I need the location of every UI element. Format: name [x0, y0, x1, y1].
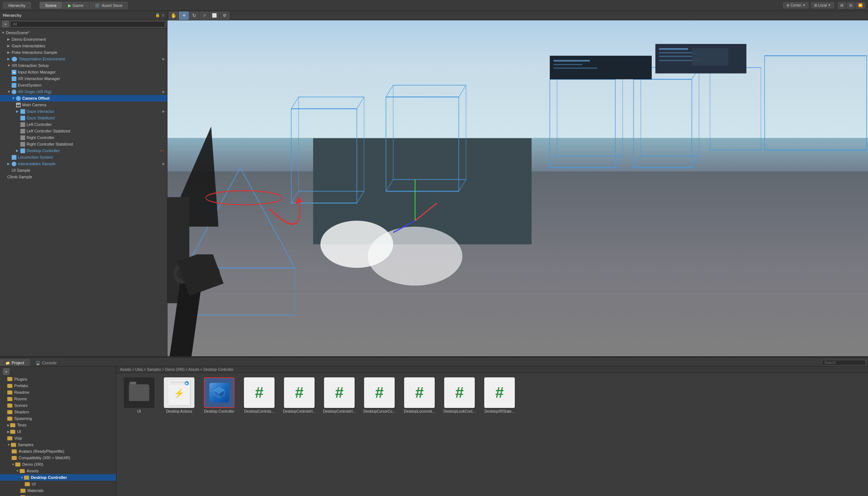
scale-tool-btn[interactable]: ⤢: [200, 12, 209, 20]
xr-origin-expand: ▶: [162, 90, 165, 94]
bottom-tabs: 📁 Project 🖥️ Console: [0, 358, 868, 366]
tree-item-camera-offset[interactable]: ▼ Camera Offset: [0, 95, 167, 102]
asset-item-desktopcontrols2[interactable]: # DesktopControlsH...: [281, 377, 317, 413]
proj-folder-demo-xri[interactable]: ▼ Demo (XRI): [0, 461, 116, 468]
demo-env-arrow: ▶: [7, 37, 12, 41]
tree-item-locomotion[interactable]: Locomotion System: [0, 154, 167, 160]
dc1-icon: #: [244, 377, 275, 408]
local-chevron: ▼: [828, 4, 831, 7]
play-btn[interactable]: ⏩: [856, 2, 865, 9]
hierarchy-search-input[interactable]: [10, 21, 165, 27]
tree-item-xr-origin[interactable]: ▼ XR Origin (XR Rig) ▶: [0, 88, 167, 95]
project-tab[interactable]: 📁 Project: [0, 359, 29, 366]
tree-item-demoscene[interactable]: ▼ DemoScene*: [0, 29, 167, 36]
tree-item-main-camera[interactable]: 📷 Main Camera: [0, 102, 167, 108]
tree-item-demo-env[interactable]: ▶ Demo Environment: [0, 36, 167, 43]
proj-folder-readme[interactable]: Readme: [0, 389, 116, 396]
interactables-label: Interactables Sample: [18, 162, 55, 166]
proj-folder-ui-sub[interactable]: UI: [0, 481, 116, 487]
tree-item-input-action[interactable]: ■ Input Action Manager: [0, 69, 167, 75]
scene-tab[interactable]: Scene: [40, 2, 62, 9]
local-dropdown[interactable]: ⊞ Local ▼: [811, 2, 834, 8]
center-dropdown[interactable]: ⊕ Center ▼: [783, 2, 809, 8]
interactables-expand: ▶: [162, 162, 165, 166]
scene-3d[interactable]: [167, 20, 868, 356]
tree-item-left-ctrl-stab[interactable]: Left Controller Stabilized: [0, 128, 167, 134]
tree-item-teleport[interactable]: ▶ Teleportation Environment ▶: [0, 56, 167, 62]
asset-item-desktopcontrols1[interactable]: # DesktopControls...: [241, 377, 277, 413]
dc-label: Desktop Controller: [31, 475, 67, 480]
teleport-icon: [12, 57, 17, 61]
ui-sub-label: UI: [32, 482, 36, 486]
hierarchy-lock-icon[interactable]: 🔒: [155, 13, 160, 18]
search-assets-input[interactable]: [822, 360, 866, 365]
proj-folder-avatars[interactable]: Avatars (ReadyPlayerMe): [0, 448, 116, 455]
proj-folder-assets[interactable]: ▼ Assets: [0, 468, 116, 474]
tree-item-gaze-stab[interactable]: Gaze Stabilized: [0, 115, 167, 121]
asset-item-desktopxrstate[interactable]: # DesktopXRState...: [481, 377, 518, 413]
layer-btn[interactable]: ⧉: [847, 2, 855, 9]
proj-folder-desktop-ctrl[interactable]: ▼ Desktop Controller: [0, 474, 116, 481]
tree-item-interactables[interactable]: ▶ Interactables Sample ▶: [0, 160, 167, 167]
assets-grid: UI ⚡ ▶: [117, 373, 868, 496]
proj-folder-materials[interactable]: Materials: [0, 487, 116, 494]
svg-line-36: [634, 156, 641, 167]
proj-folder-ui[interactable]: ▶ UI: [0, 428, 116, 435]
asset-store-tab[interactable]: 🛒 Asset Store: [90, 2, 128, 9]
project-icon: 📁: [5, 361, 10, 365]
proj-folder-prefabs[interactable]: Prefabs: [0, 382, 116, 389]
tree-item-eventsystem[interactable]: EventSystem: [0, 82, 167, 88]
svg-line-10: [357, 97, 364, 109]
tree-item-right-ctrl-stab[interactable]: Right Controller Stabilized: [0, 141, 167, 147]
tree-item-poke[interactable]: ▶ Poke Interactions Sample: [0, 49, 167, 56]
materials-folder-icon: [20, 489, 25, 493]
rotate-tool-btn[interactable]: ↻: [189, 12, 199, 20]
asset-item-desktop-actions[interactable]: ⚡ ▶ Desktop Actions: [161, 377, 197, 413]
gear-tool-btn[interactable]: ⚙: [220, 12, 229, 20]
console-tab[interactable]: 🖥️ Console: [30, 359, 62, 366]
assets-breadcrumb: Assets > Ubiq > Samples > Demo (XRI) > A…: [117, 366, 868, 373]
main-camera-label: Main Camera: [22, 103, 46, 107]
dc1-label: DesktopControls...: [244, 409, 274, 413]
add-hierarchy-btn[interactable]: +: [2, 21, 9, 27]
dc-folder-icon: [24, 476, 29, 480]
proj-folder-rooms[interactable]: Rooms: [0, 396, 116, 402]
asset-item-desktoploco[interactable]: # DesktopLocomoti...: [401, 377, 438, 413]
rect-tool-btn[interactable]: ⬜: [210, 12, 219, 20]
tree-item-gaze-interactor[interactable]: ▶ Gaze Interactor ▶: [0, 108, 167, 115]
asset-item-desktop-ctrl[interactable]: Desktop Controller: [201, 377, 237, 413]
tree-item-left-ctrl[interactable]: Left Controller: [0, 121, 167, 128]
project-add-btn[interactable]: +: [0, 368, 116, 375]
proj-folder-plugins[interactable]: Plugins: [0, 376, 116, 382]
compat-label: Compatibility (XRI + WebXR): [19, 456, 70, 460]
proj-folder-tests[interactable]: ▶ Tests: [0, 422, 116, 428]
tree-item-xr-interact[interactable]: XR Interaction Manager: [0, 75, 167, 82]
game-tab[interactable]: ▶ Game: [63, 2, 89, 9]
proj-folder-voip[interactable]: Voip: [0, 435, 116, 441]
ui-sub-folder-icon: [25, 482, 30, 486]
proj-folder-scenes[interactable]: Scenes: [0, 402, 116, 409]
hierarchy-tab[interactable]: Hierarchy: [3, 2, 31, 9]
teleport-label: Teleportation Environment: [19, 57, 65, 61]
tree-item-climb-sample[interactable]: Climb Sample: [0, 174, 167, 180]
proj-folder-shaders[interactable]: Shaders: [0, 409, 116, 415]
asset-item-desktopcursor[interactable]: # DesktopCursorCo...: [361, 377, 398, 413]
tree-item-gaze-int[interactable]: ▶ Gaze Interactables: [0, 43, 167, 49]
scene-toolbar: ✋ ✥ ↻ ⤢ ⬜ ⚙: [167, 11, 868, 20]
proj-folder-models[interactable]: Models: [0, 494, 116, 496]
move-tool-btn[interactable]: ✥: [179, 12, 189, 20]
tree-item-right-ctrl[interactable]: Right Controller: [0, 134, 167, 141]
asset-item-desktopcontrols3[interactable]: # DesktopControlsH...: [321, 377, 358, 413]
asset-item-desktoplookat[interactable]: # DesktopLookCont...: [441, 377, 478, 413]
grid-btn[interactable]: ⊞: [838, 2, 846, 9]
tree-item-xr-setup[interactable]: ▼ XR Interaction Setup: [0, 62, 167, 69]
proj-folder-samples[interactable]: ▼ Samples: [0, 441, 116, 448]
hierarchy-menu-icon[interactable]: ≡: [162, 13, 164, 18]
tree-item-desktop-ctrl[interactable]: ▶ Desktop Controller ←: [0, 147, 167, 154]
hand-tool-btn[interactable]: ✋: [169, 12, 178, 20]
proj-folder-compat[interactable]: Compatibility (XRI + WebXR): [0, 455, 116, 461]
svg-rect-37: [710, 68, 761, 150]
asset-item-ui[interactable]: UI: [121, 377, 157, 413]
tree-item-ui-sample[interactable]: UI Sample: [0, 167, 167, 174]
proj-folder-spawning[interactable]: Spawning: [0, 415, 116, 422]
